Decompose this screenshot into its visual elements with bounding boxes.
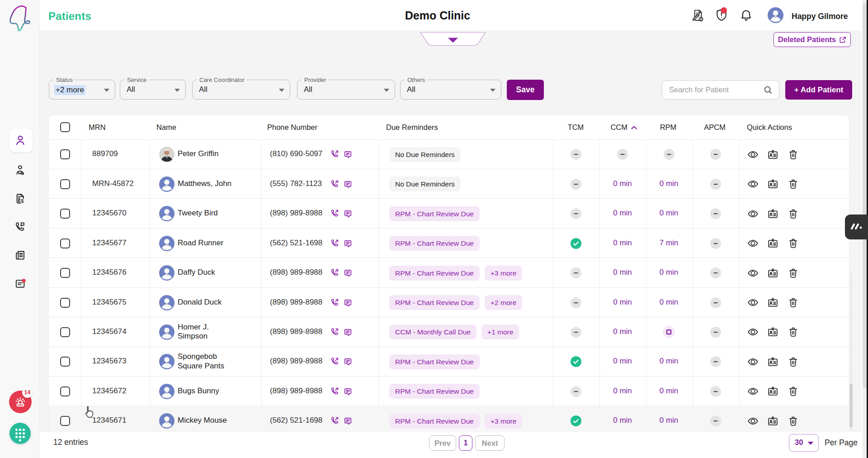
svg-text:$: $ bbox=[21, 198, 24, 204]
